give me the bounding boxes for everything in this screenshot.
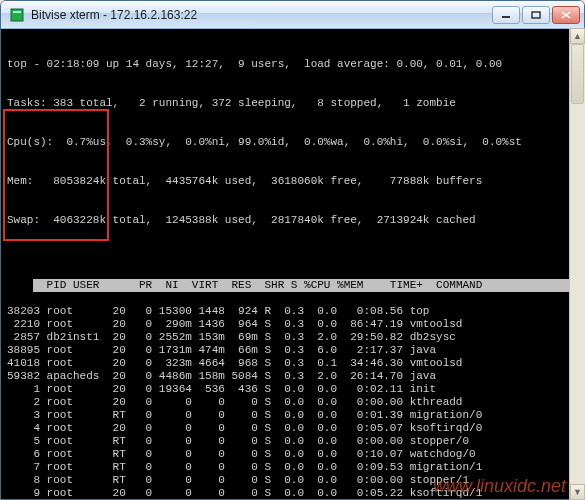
terminal-area[interactable]: top - 02:18:09 up 14 days, 12:27, 9 user… xyxy=(1,29,584,499)
process-row: 1 root 20 0 19364 536 436 S 0.0 0.0 0:02… xyxy=(7,383,584,396)
process-row: 9 root 20 0 0 0 0 S 0.0 0.0 0:05.22 ksof… xyxy=(7,487,584,499)
process-row: 38203 root 20 0 15300 1448 924 R 0.3 0.0… xyxy=(7,305,584,318)
process-row: 59382 apacheds 20 0 4486m 158m 5084 S 0.… xyxy=(7,370,584,383)
process-row: 38895 root 20 0 1731m 474m 66m S 0.3 6.0… xyxy=(7,344,584,357)
process-row: 8 root RT 0 0 0 0 S 0.0 0.0 0:00.00 stop… xyxy=(7,474,584,487)
app-window: Bitvise xterm - 172.16.2.163:22 top - 02… xyxy=(0,0,585,500)
svg-rect-0 xyxy=(11,9,23,21)
chevron-down-icon: ▼ xyxy=(573,487,582,497)
top-summary-uptime: top - 02:18:09 up 14 days, 12:27, 9 user… xyxy=(7,58,584,71)
svg-rect-1 xyxy=(13,11,21,13)
process-row: 4 root 20 0 0 0 0 S 0.0 0.0 0:05.07 ksof… xyxy=(7,422,584,435)
process-row: 2210 root 20 0 290m 1436 964 S 0.3 0.0 8… xyxy=(7,318,584,331)
process-row: 3 root RT 0 0 0 0 S 0.0 0.0 0:01.39 migr… xyxy=(7,409,584,422)
process-row: 7 root RT 0 0 0 0 S 0.0 0.0 0:09.53 migr… xyxy=(7,461,584,474)
top-summary-cpu: Cpu(s): 0.7%us, 0.3%sy, 0.0%ni, 99.0%id,… xyxy=(7,136,584,149)
process-row: 6 root RT 0 0 0 0 S 0.0 0.0 0:10.07 watc… xyxy=(7,448,584,461)
minimize-icon xyxy=(501,11,511,19)
scroll-track[interactable] xyxy=(570,44,585,484)
titlebar[interactable]: Bitvise xterm - 172.16.2.163:22 xyxy=(1,1,584,29)
chevron-up-icon: ▲ xyxy=(573,31,582,41)
process-row: 2 root 20 0 0 0 0 S 0.0 0.0 0:00.00 kthr… xyxy=(7,396,584,409)
scroll-down-button[interactable]: ▼ xyxy=(570,484,585,500)
app-icon xyxy=(9,7,25,23)
process-row: 41018 root 20 0 323m 4664 968 S 0.3 0.1 … xyxy=(7,357,584,370)
top-summary-tasks: Tasks: 383 total, 2 running, 372 sleepin… xyxy=(7,97,584,110)
window-title: Bitvise xterm - 172.16.2.163:22 xyxy=(31,8,490,22)
svg-rect-3 xyxy=(532,12,540,18)
process-row: 2857 db2inst1 20 0 2552m 153m 69m S 0.3 … xyxy=(7,331,584,344)
close-button[interactable] xyxy=(552,6,580,24)
scroll-thumb[interactable] xyxy=(571,44,584,104)
top-summary-mem: Mem: 8053824k total, 4435764k used, 3618… xyxy=(7,175,584,188)
minimize-button[interactable] xyxy=(492,6,520,24)
vertical-scrollbar[interactable]: ▲ ▼ xyxy=(569,28,585,500)
maximize-icon xyxy=(531,11,541,19)
blank-line xyxy=(7,253,584,266)
process-column-header: PID USER PR NI VIRT RES SHR S %CPU %MEM … xyxy=(33,279,584,292)
top-summary-swap: Swap: 4063228k total, 1245388k used, 281… xyxy=(7,214,584,227)
close-icon xyxy=(561,11,571,19)
scroll-up-button[interactable]: ▲ xyxy=(570,28,585,44)
maximize-button[interactable] xyxy=(522,6,550,24)
process-list: 38203 root 20 0 15300 1448 924 R 0.3 0.0… xyxy=(7,305,584,499)
process-row: 5 root RT 0 0 0 0 S 0.0 0.0 0:00.00 stop… xyxy=(7,435,584,448)
